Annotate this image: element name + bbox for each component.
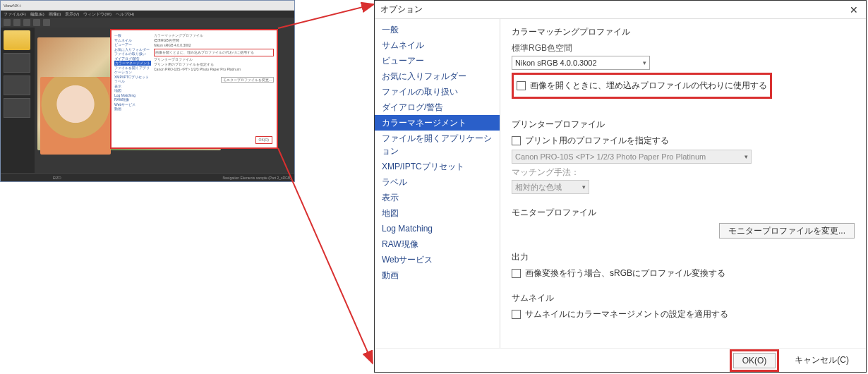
thumbnail-apply-checkbox[interactable] — [512, 310, 521, 319]
section-color-matching: カラーマッチングプロファイル — [512, 26, 855, 38]
mini-embed-highlight: 画像を開くときに、埋め込みプロファイルの代わりに使用する — [154, 49, 274, 56]
mini-cat[interactable]: ファイルを開くアプリケーション — [114, 66, 151, 75]
status-text: Navigation Elements sample (Part 2_sRGB) — [222, 176, 291, 180]
tool-icon[interactable] — [43, 19, 50, 26]
section-output: 出力 — [512, 251, 855, 263]
ok-button[interactable]: OK(O) — [733, 353, 776, 368]
menu-item[interactable]: ファイル(F) — [4, 11, 26, 18]
mini-value: Nikon sRGB 4.0.0.3002 — [154, 43, 274, 48]
embed-profile-label: 画像を開くときに、埋め込みプロファイルの代わりに使用する — [530, 80, 767, 92]
cat-display[interactable]: 表示 — [375, 190, 500, 205]
app-menubar: ファイル(F) 編集(E) 画像(I) 表示(V) ウィンドウ(W) ヘルプ(H… — [1, 11, 294, 18]
label-matching: マッチング手法： — [512, 167, 855, 179]
mini-section: プリンタープロファイル — [154, 57, 274, 62]
use-printer-profile-row[interactable]: プリント用のプロファイルを指定する — [512, 135, 855, 147]
cat-xmp-iptc[interactable]: XMP/IPTCプリセット — [375, 159, 500, 174]
app-toolbar — [1, 18, 294, 28]
mini-category-list: 一般 サムネイル ビューアー お気に入りフォルダー ファイルの取り扱い ダイアロ… — [113, 32, 152, 146]
dialog-footer: OK(O) キャンセル(C) — [375, 348, 866, 372]
matching-method-value: 相対的な色域 — [515, 182, 562, 193]
mini-section: カラーマッチングプロファイル — [154, 33, 274, 38]
mini-embed-check[interactable]: 画像を開くときに、埋め込みプロファイルの代わりに使用する — [155, 50, 254, 54]
thumbnail-apply-label: サムネイルにカラーマネージメントの設定を適用する — [525, 308, 728, 320]
cat-dialogs[interactable]: ダイアログ/警告 — [375, 99, 500, 115]
cat-thumbnail[interactable]: サムネイル — [375, 37, 500, 53]
dialog-title: オプション — [380, 4, 423, 16]
cat-map[interactable]: 地図 — [375, 205, 500, 221]
mini-options-dialog: 一般 サムネイル ビューアー お気に入りフォルダー ファイルの取り扱い ダイアロ… — [110, 29, 278, 149]
label-srgb: 標準RGB色空間 — [512, 42, 855, 54]
close-icon[interactable]: ✕ — [848, 4, 860, 16]
mini-content: カラーマッチングプロファイル 標準RGB色空間 Nikon sRGB 4.0.0… — [152, 32, 275, 146]
menu-item[interactable]: 表示(V) — [65, 11, 79, 18]
printer-profile-value: Canon PRO-10S <PT> 1/2/3 Photo Paper Pro… — [515, 152, 706, 161]
menu-item[interactable]: 編集(E) — [30, 11, 44, 18]
use-printer-profile-label: プリント用のプロファイルを指定する — [525, 135, 669, 147]
section-monitor: モニタープロファイル — [512, 207, 855, 219]
change-monitor-profile-button[interactable]: モニタープロファイルを変更... — [719, 223, 855, 239]
cat-color-management[interactable]: カラーマネージメント — [375, 115, 500, 131]
menu-item[interactable]: ヘルプ(H) — [116, 11, 134, 18]
tool-icon[interactable] — [23, 19, 30, 26]
cat-open-apps[interactable]: ファイルを開くアプリケーション — [375, 131, 500, 159]
app-thumbnail-pane: ViewNX-i ファイル(F) 編集(E) 画像(I) 表示(V) ウィンドウ… — [0, 0, 295, 182]
cat-web[interactable]: Webサービス — [375, 252, 500, 267]
srgb-value: Nikon sRGB 4.0.0.3002 — [515, 59, 597, 67]
logo-text: EIZO — [53, 176, 61, 180]
printer-profile-select: Canon PRO-10S <PT> 1/2/3 Photo Paper Pro… — [512, 150, 752, 164]
tool-icon[interactable] — [33, 19, 40, 26]
cat-label[interactable]: ラベル — [375, 174, 500, 190]
mini-cat[interactable]: ファイルの取り扱い — [114, 52, 151, 56]
srgb-select[interactable]: Nikon sRGB 4.0.0.3002 ▾ — [512, 56, 650, 70]
cat-viewer[interactable]: ビューアー — [375, 53, 500, 68]
thumbnail[interactable] — [4, 76, 30, 95]
cat-raw[interactable]: RAW現像 — [375, 236, 500, 252]
mini-monitor-btn[interactable]: モニタープロファイルを変更... — [221, 77, 274, 83]
menu-item[interactable]: 画像(I) — [49, 11, 61, 18]
mini-label: 標準RGB色空間 — [154, 38, 274, 43]
section-printer: プリンタープロファイル — [512, 119, 855, 131]
mini-cat-selected[interactable]: カラーマネージメント — [114, 61, 151, 66]
app-title: ViewNX-i — [4, 4, 21, 8]
thumbnail[interactable] — [4, 98, 30, 118]
thumbnail-apply-row[interactable]: サムネイルにカラーマネージメントの設定を適用する — [512, 308, 855, 320]
dialog-content: カラーマッチングプロファイル 標準RGB色空間 Nikon sRGB 4.0.0… — [500, 19, 866, 348]
cat-log-matching[interactable]: Log Matching — [375, 221, 500, 236]
output-convert-row[interactable]: 画像変換を行う場合、sRGBにプロファイル変換する — [512, 267, 855, 279]
mini-check[interactable]: プリント用のプロファイルを指定する — [154, 62, 274, 67]
tool-icon[interactable] — [13, 19, 20, 26]
cat-general[interactable]: 一般 — [375, 22, 500, 37]
cat-video[interactable]: 動画 — [375, 267, 500, 283]
dialog-titlebar: オプション ✕ — [375, 1, 866, 19]
chevron-down-icon: ▾ — [643, 59, 646, 66]
embed-profile-check-row[interactable]: 画像を開くときに、埋め込みプロファイルの代わりに使用する — [517, 80, 767, 92]
chevron-down-icon: ▾ — [582, 183, 586, 191]
cat-file-handling[interactable]: ファイルの取り扱い — [375, 84, 500, 99]
mini-value: Canon PRO-10S <PT> 1/2/3 Photo Paper Pro… — [154, 67, 274, 72]
embed-profile-checkbox[interactable] — [517, 81, 526, 90]
options-dialog: オプション ✕ 一般 サムネイル ビューアー お気に入りフォルダー ファイルの取… — [374, 0, 867, 373]
menu-item[interactable]: ウィンドウ(W) — [83, 11, 111, 18]
output-convert-label: 画像変換を行う場合、sRGBにプロファイル変換する — [525, 267, 725, 279]
sample-photo-child — [40, 77, 111, 155]
chevron-down-icon: ▾ — [745, 153, 748, 160]
mini-ok-highlight: OK(O) — [255, 136, 272, 144]
app-window: ViewNX-i ファイル(F) 編集(E) 画像(I) 表示(V) ウィンドウ… — [1, 1, 294, 181]
thumbnail-sidebar — [1, 28, 35, 173]
category-list: 一般 サムネイル ビューアー お気に入りフォルダー ファイルの取り扱い ダイアロ… — [375, 19, 500, 348]
cat-favorites[interactable]: お気に入りフォルダー — [375, 68, 500, 84]
thumbnail[interactable] — [4, 53, 30, 73]
ok-button-highlight: OK(O) — [730, 349, 780, 372]
mini-ok[interactable]: OK(O) — [259, 138, 269, 142]
embed-profile-highlight: 画像を開くときに、埋め込みプロファイルの代わりに使用する — [512, 73, 772, 99]
cancel-button[interactable]: キャンセル(C) — [786, 353, 857, 368]
tool-icon[interactable] — [4, 19, 11, 26]
section-thumbnail: サムネイル — [512, 292, 855, 304]
mini-cat[interactable]: 動画 — [114, 107, 151, 111]
app-titlebar: ViewNX-i — [1, 1, 294, 11]
output-convert-checkbox[interactable] — [512, 269, 521, 278]
use-printer-profile-checkbox[interactable] — [512, 136, 521, 145]
matching-method-select: 相対的な色域 ▾ — [512, 180, 589, 194]
status-bar: EIZO Navigation Elements sample (Part 2_… — [1, 173, 294, 181]
folder-icon[interactable] — [4, 30, 30, 50]
